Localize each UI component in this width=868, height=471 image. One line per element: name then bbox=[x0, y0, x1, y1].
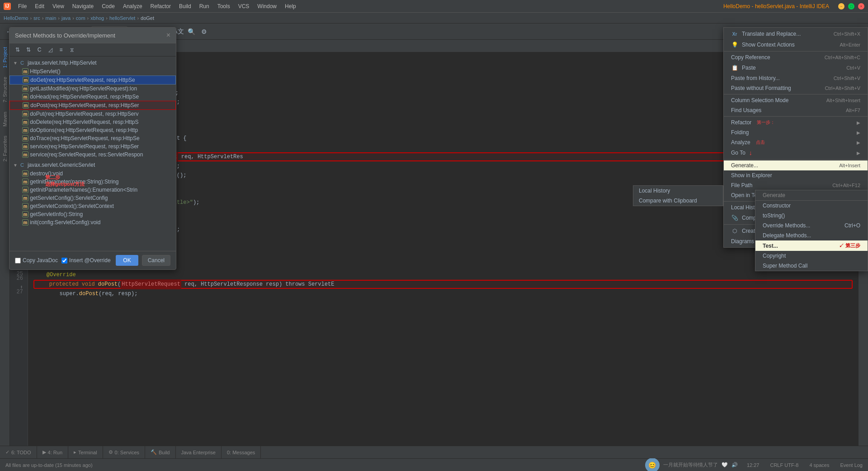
menu-help[interactable]: Help bbox=[281, 2, 300, 10]
sidebar-tab-project[interactable]: 1: Project bbox=[0, 43, 9, 71]
bc-com[interactable]: com bbox=[76, 15, 85, 21]
menu-vcs[interactable]: VCS bbox=[235, 2, 253, 10]
gen-test[interactable]: Test... ↙ 第三步 bbox=[755, 240, 868, 251]
maximize-button[interactable]: □ bbox=[848, 3, 854, 9]
dialog-title-text: Select Methods to Override/Implement bbox=[15, 32, 115, 39]
status-encoding[interactable]: CRLF UTF-8 bbox=[768, 458, 800, 471]
tree-root-item[interactable]: ▼ C javax.servlet.http.HttpServlet bbox=[9, 58, 176, 67]
expand-all-button[interactable]: C bbox=[35, 45, 44, 54]
bc-src[interactable]: src bbox=[33, 15, 40, 21]
lh-item-show-history[interactable]: Local History bbox=[633, 186, 723, 196]
collapse-all-button[interactable]: ◿ bbox=[46, 45, 55, 54]
ctx-file-path[interactable]: File Path Ctrl+Alt+F12 bbox=[724, 180, 868, 190]
copy-javadoc-checkbox-label[interactable]: Copy JavaDoc bbox=[15, 257, 58, 264]
sort-desc-button[interactable]: ⇅ bbox=[24, 45, 33, 54]
tree-method-doget[interactable]: m doGet(req:HttpServletRequest, resp:Htt… bbox=[9, 75, 176, 85]
ctx-copy-reference[interactable]: Copy Reference Ctrl+Alt+Shift+C bbox=[724, 52, 868, 62]
sort-asc-button[interactable]: ⇅ bbox=[13, 45, 22, 54]
menu-analyze[interactable]: Analyze bbox=[119, 2, 146, 10]
ctx-column-select[interactable]: Column Selection Mode Alt+Shift+Insert bbox=[724, 95, 868, 105]
bottom-tab-todo[interactable]: ✓ 6: TODO bbox=[0, 446, 37, 459]
close-button[interactable]: × bbox=[858, 3, 864, 9]
menu-navigate[interactable]: Navigate bbox=[69, 2, 97, 10]
tree-method-getinitparamnames[interactable]: m getInitParameterNames():Enumeration<St… bbox=[9, 186, 176, 194]
sidebar-tab-favorites[interactable]: 2: Favorites bbox=[0, 132, 9, 165]
bc-hellodemo[interactable]: HelloDemo bbox=[4, 15, 28, 21]
ctx-generate[interactable]: Generate... Alt+Insert bbox=[724, 160, 868, 170]
tree-method-dotrace[interactable]: m doTrace(req:HttpServletRequest, resp:H… bbox=[9, 134, 176, 142]
tree-method-service1[interactable]: m service(req:HttpServletRequest, resp:H… bbox=[9, 142, 176, 151]
ctx-goto[interactable]: Go To ↓ ▶ bbox=[724, 147, 868, 158]
tree-method-destroy[interactable]: m destroy():void bbox=[9, 170, 176, 178]
tree-method-getinitparam[interactable]: m getInitParameter(name:String):String bbox=[9, 178, 176, 186]
bottom-tab-java-enterprise[interactable]: Java Enterprise bbox=[176, 446, 222, 459]
dialog-close-button[interactable]: × bbox=[166, 31, 170, 39]
sidebar-tab-maven[interactable]: Maven bbox=[0, 108, 9, 130]
ctx-translate-replace[interactable]: Xr Translate and Replace... Ctrl+Shift+X bbox=[724, 28, 868, 39]
tree-method-constructor[interactable]: m HttpServlet() bbox=[9, 67, 176, 75]
ctx-paste-from-history[interactable]: Paste from History... Ctrl+Shift+V bbox=[724, 73, 868, 83]
ctx-paste-no-format[interactable]: Paste without Formatting Ctrl+Alt+Shift+… bbox=[724, 83, 868, 93]
bc-java[interactable]: java bbox=[61, 15, 71, 21]
menu-run[interactable]: Run bbox=[196, 2, 213, 10]
bottom-tab-services[interactable]: ⚙ 0: Services bbox=[103, 446, 145, 459]
copy-javadoc-checkbox[interactable] bbox=[15, 258, 21, 264]
ctx-analyze[interactable]: Analyze 点击 ▶ bbox=[724, 137, 868, 147]
tree-method-getservletconfig[interactable]: m getServletConfig():ServletConfig bbox=[9, 194, 176, 202]
tree-method-getservletinfo[interactable]: m getServletInfo():String bbox=[9, 210, 176, 218]
menu-code[interactable]: Code bbox=[98, 2, 118, 10]
bottom-tab-terminal[interactable]: ▸ Terminal bbox=[68, 446, 103, 459]
tree-method-dodelete[interactable]: m doDelete(req:HttpServletRequest, resp:… bbox=[9, 118, 176, 126]
gen-override-methods[interactable]: Override Methods... Ctrl+O bbox=[755, 221, 868, 231]
ctx-refactor[interactable]: Refactor 第一步： ▶ bbox=[724, 118, 868, 127]
menu-tools[interactable]: Tools bbox=[214, 2, 234, 10]
menu-window[interactable]: Window bbox=[254, 2, 280, 10]
ctx-column-select-shortcut: Alt+Shift+Insert bbox=[826, 98, 860, 103]
bottom-tab-run[interactable]: ▶ 4: Run bbox=[37, 446, 68, 459]
status-spaces[interactable]: 4 spaces bbox=[807, 458, 831, 471]
tree-method-dopost[interactable]: m doPost(req:HttpServletRequest, resp:Ht… bbox=[9, 101, 176, 110]
ctx-find-usages[interactable]: Find Usages Alt+F7 bbox=[724, 105, 868, 115]
bc-helloservlet[interactable]: helloServlet bbox=[109, 15, 135, 21]
ctx-show-context-actions[interactable]: 💡 Show Context Actions Alt+Enter bbox=[724, 39, 868, 50]
bottom-tab-build[interactable]: 🔨 Build bbox=[145, 446, 175, 459]
menu-file[interactable]: File bbox=[14, 2, 30, 10]
sidebar-tab-structure[interactable]: 7: Structure bbox=[0, 73, 9, 106]
tree-method-service2[interactable]: m service(req:ServletRequest, res:Servle… bbox=[9, 151, 176, 159]
tree-method-dohead[interactable]: m doHead(req:HttpServletRequest, resp:Ht… bbox=[9, 93, 176, 101]
tree-method-getlastmodified[interactable]: m getLastModified(req:HttpServletRequest… bbox=[9, 85, 176, 93]
status-event-log[interactable]: Event Log bbox=[838, 458, 864, 471]
gen-copyright[interactable]: Copyright bbox=[755, 251, 868, 261]
menu-refactor[interactable]: Refactor bbox=[147, 2, 175, 10]
gen-tostring[interactable]: toString() bbox=[755, 211, 868, 221]
settings-button[interactable]: ⚙ bbox=[198, 26, 209, 37]
menu-view[interactable]: View bbox=[49, 2, 68, 10]
ctx-show-explorer[interactable]: Show in Explorer bbox=[724, 170, 868, 180]
cancel-button[interactable]: Cancel bbox=[142, 255, 170, 266]
tree-method-doput[interactable]: m doPut(req:HttpServletRequest, resp:Htt… bbox=[9, 110, 176, 118]
menu-build[interactable]: Build bbox=[175, 2, 195, 10]
tree-generic-servlet[interactable]: ▼ C javax.servlet.GenericServlet bbox=[9, 160, 176, 170]
dialog-footer: Copy JavaDoc Insert @Override OK Cancel bbox=[9, 251, 176, 269]
toggle-show-button[interactable]: ≡ bbox=[57, 45, 66, 54]
gen-super-method[interactable]: Super Method Call bbox=[755, 261, 868, 271]
minimize-button[interactable]: − bbox=[838, 3, 844, 9]
tree-method-dooptions[interactable]: m doOptions(req:HttpServletRequest, resp… bbox=[9, 126, 176, 134]
gen-delegate-methods[interactable]: Delegate Methods... bbox=[755, 231, 868, 240]
insert-override-checkbox[interactable] bbox=[61, 258, 67, 264]
lh-item-compare-clipboard[interactable]: Compare with Clipboard bbox=[633, 196, 723, 206]
ctx-paste[interactable]: 📋 Paste Ctrl+V bbox=[724, 62, 868, 73]
ctx-goto-arrow: ▶ bbox=[857, 151, 860, 155]
ok-button[interactable]: OK bbox=[116, 255, 138, 266]
tree-method-getservletcontext[interactable]: m getServletContext():ServletContext bbox=[9, 202, 176, 210]
tree-method-init[interactable]: m init(config:ServletConfig):void bbox=[9, 218, 176, 226]
bc-xbhog[interactable]: xbhog bbox=[90, 15, 104, 21]
bottom-tab-messages[interactable]: 0: Messages bbox=[222, 446, 261, 459]
insert-override-checkbox-label[interactable]: Insert @Override bbox=[61, 257, 111, 264]
bc-main[interactable]: main bbox=[45, 15, 56, 21]
filter-button[interactable]: ⧖ bbox=[67, 45, 76, 54]
menu-edit[interactable]: Edit bbox=[31, 2, 48, 10]
gen-constructor[interactable]: Constructor bbox=[755, 201, 868, 211]
search-everywhere-button[interactable]: 🔍 bbox=[186, 26, 197, 37]
ctx-folding[interactable]: Folding ▶ bbox=[724, 127, 868, 137]
